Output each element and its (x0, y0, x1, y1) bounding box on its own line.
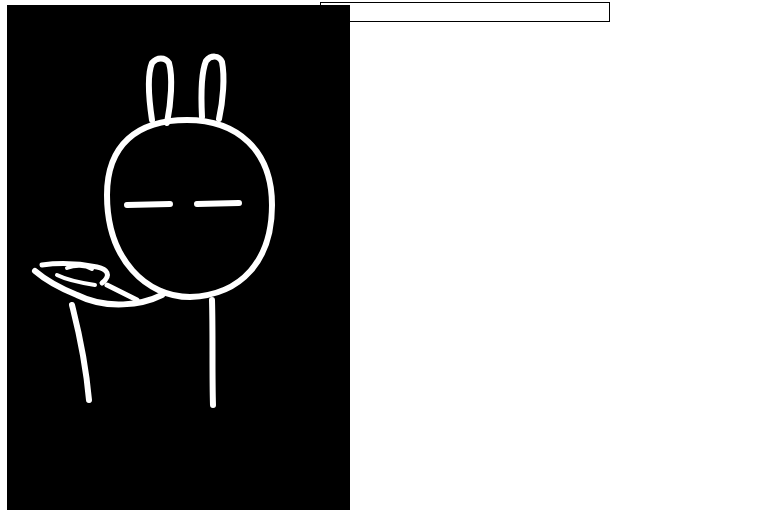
svg-rect-0 (7, 5, 350, 510)
bunny-drawing (7, 5, 350, 510)
drawing-canvas (7, 5, 350, 510)
text-input[interactable] (320, 2, 610, 22)
